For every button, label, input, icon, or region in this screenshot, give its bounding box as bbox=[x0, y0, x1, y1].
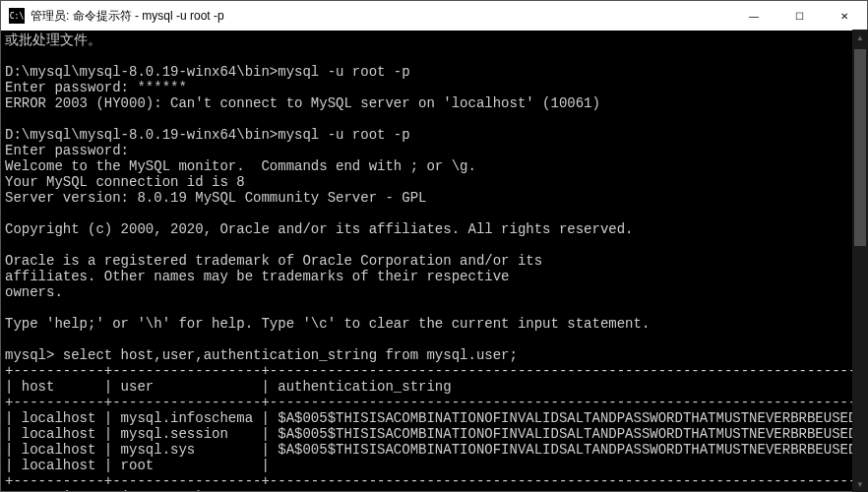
app-icon: C:\ bbox=[9, 8, 25, 24]
scrollbar-thumb[interactable] bbox=[854, 49, 866, 246]
minimize-button[interactable]: — bbox=[731, 1, 776, 31]
window-title: 管理员: 命令提示符 - mysql -u root -p bbox=[31, 8, 731, 25]
window-controls: — ☐ ✕ bbox=[731, 1, 867, 31]
titlebar[interactable]: C:\ 管理员: 命令提示符 - mysql -u root -p — ☐ ✕ bbox=[1, 1, 867, 31]
terminal-line: Enter password: bbox=[5, 143, 129, 158]
terminal-line: Enter password: ****** bbox=[5, 80, 187, 95]
vertical-scrollbar[interactable]: ▲ ▼ bbox=[852, 30, 868, 492]
terminal-output[interactable]: 或批处理文件。 D:\mysql\mysql-8.0.19-winx64\bin… bbox=[1, 31, 867, 491]
terminal-line: | localhost | mysql.sys | $A$005$THISISA… bbox=[5, 442, 867, 458]
terminal-line: Oracle is a registered trademark of Orac… bbox=[5, 253, 542, 269]
terminal-line: | localhost | mysql.infoschema | $A$005$… bbox=[5, 410, 867, 426]
terminal-line: owners. bbox=[5, 284, 63, 300]
terminal-line: Copyright (c) 2000, 2020, Oracle and/or … bbox=[5, 221, 634, 237]
terminal-line: | host | user | authentication_string | bbox=[5, 379, 867, 395]
terminal-line: | localhost | root | | bbox=[5, 458, 867, 473]
terminal-line: | localhost | mysql.session | $A$005$THI… bbox=[5, 426, 867, 442]
terminal-line: Server version: 8.0.19 MySQL Community S… bbox=[5, 190, 426, 206]
terminal-line: Your MySQL connection id is 8 bbox=[5, 174, 245, 190]
cmd-window: C:\ 管理员: 命令提示符 - mysql -u root -p — ☐ ✕ … bbox=[0, 0, 868, 492]
terminal-line: +-----------+------------------+--------… bbox=[5, 473, 867, 489]
terminal-line: 4 rows in set (0.04 sec) bbox=[5, 489, 204, 491]
terminal-line: Welcome to the MySQL monitor. Commands e… bbox=[5, 158, 476, 174]
close-button[interactable]: ✕ bbox=[822, 1, 867, 31]
terminal-line: ERROR 2003 (HY000): Can't connect to MyS… bbox=[5, 95, 600, 111]
terminal-line: mysql> select host,user,authentication_s… bbox=[5, 347, 518, 363]
terminal-line: affiliates. Other names may be trademark… bbox=[5, 269, 509, 284]
terminal-line: +-----------+------------------+--------… bbox=[5, 363, 867, 379]
maximize-button[interactable]: ☐ bbox=[776, 1, 822, 31]
terminal-line: 或批处理文件。 bbox=[5, 32, 101, 48]
scroll-up-arrow-icon[interactable]: ▲ bbox=[852, 30, 868, 45]
terminal-line: Type 'help;' or '\h' for help. Type '\c'… bbox=[5, 316, 650, 332]
terminal-line: D:\mysql\mysql-8.0.19-winx64\bin>mysql -… bbox=[5, 64, 410, 80]
app-icon-glyph: C:\ bbox=[10, 12, 24, 21]
terminal-line: +-----------+------------------+--------… bbox=[5, 395, 867, 410]
terminal-line: D:\mysql\mysql-8.0.19-winx64\bin>mysql -… bbox=[5, 127, 410, 143]
scroll-down-arrow-icon[interactable]: ▼ bbox=[852, 476, 868, 492]
